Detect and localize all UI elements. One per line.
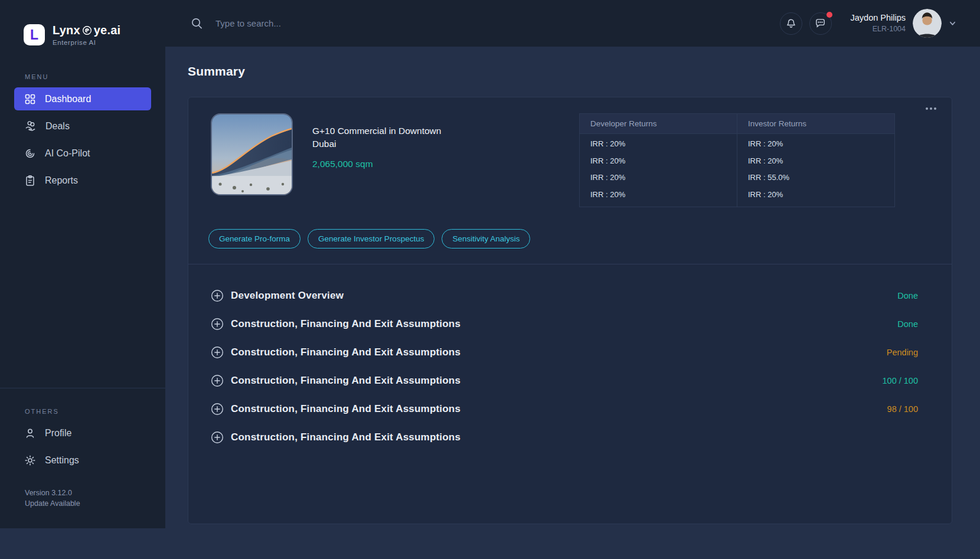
irr-value: IRR : 55.0% <box>737 168 894 185</box>
plus-circle-icon <box>211 431 224 444</box>
accordion-row-development-overview[interactable]: Development Overview Done <box>188 282 952 310</box>
generate-proforma-button[interactable]: Generate Pro-forma <box>208 229 300 249</box>
accordion-row-construction-3[interactable]: Construction, Financing And Exit Assumpt… <box>188 367 952 395</box>
plus-circle-icon <box>211 289 224 302</box>
logo-mark: L <box>24 24 45 45</box>
reports-icon <box>24 175 36 187</box>
search-icon <box>191 17 203 30</box>
sidebar-bottom: OTHERS Profile <box>0 388 165 529</box>
plus-circle-icon <box>211 374 224 387</box>
sidebar-item-label: Profile <box>45 428 71 439</box>
investor-returns-header: Investor Returns <box>737 114 894 134</box>
sidebar-item-label: Deals <box>45 121 70 132</box>
brand-name-prefix: Lynx <box>53 24 80 37</box>
section-label: Development Overview <box>231 290 344 302</box>
profile-icon <box>24 427 36 439</box>
messages-button[interactable] <box>809 12 832 35</box>
irr-value: IRR : 20% <box>580 185 737 202</box>
investor-returns-column: Investor Returns IRR : 20% IRR : 20% IRR… <box>737 114 894 207</box>
accordion-row-construction-4[interactable]: Construction, Financing And Exit Assumpt… <box>188 395 952 423</box>
topbar-right: Jaydon Philips ELR-1004 <box>780 9 957 38</box>
others-section-label: OTHERS <box>25 408 165 415</box>
status-badge: 98 / 100 <box>887 404 918 414</box>
sidebar-item-ai-copilot[interactable]: AI Co-Pilot <box>14 142 151 165</box>
irr-value: IRR : 20% <box>580 168 737 185</box>
user-id: ELR-1004 <box>851 24 906 34</box>
sidebar-item-profile[interactable]: Profile <box>14 422 151 445</box>
sensitivity-analysis-button[interactable]: Sensitivity Analysis <box>442 229 530 249</box>
returns-table: Developer Returns IRR : 20% IRR : 20% IR… <box>579 113 895 207</box>
brand-name: Lynx ye.ai <box>53 24 120 37</box>
dashboard-icon <box>24 93 36 105</box>
status-badge: 100 / 100 <box>883 376 918 385</box>
generate-investor-prospectus-button[interactable]: Generate Investor Prospectus <box>308 229 435 249</box>
main-content: Summary <box>165 47 980 559</box>
brand-name-suffix: ye.ai <box>94 24 120 37</box>
sidebar-item-reports[interactable]: Reports <box>14 169 151 192</box>
page-title: Summary <box>188 64 980 79</box>
chat-icon <box>815 18 826 29</box>
menu-section-label: MENU <box>25 73 165 80</box>
irr-value: IRR : 20% <box>580 134 737 151</box>
section-label: Construction, Financing And Exit Assumpt… <box>231 318 460 330</box>
ai-copilot-icon <box>24 148 36 159</box>
plus-circle-icon <box>211 318 224 331</box>
property-area: 2,065,000 sqm <box>312 159 445 169</box>
others-nav: Profile Settings <box>0 422 165 472</box>
irr-value: IRR : 20% <box>737 151 894 168</box>
brand-subtitle: Enterprise AI <box>53 39 120 46</box>
property-title: G+10 Commercial in Downtown Dubai <box>312 125 445 151</box>
status-badge: Pending <box>887 348 918 357</box>
sidebar: L Lynx ye.ai Enterprise AI MENU <box>0 0 165 528</box>
sidebar-item-deals[interactable]: Deals <box>14 115 151 138</box>
chevron-down-icon[interactable] <box>949 19 956 27</box>
settings-icon <box>24 455 36 466</box>
notifications-button[interactable] <box>780 12 802 35</box>
sidebar-item-label: Reports <box>45 175 78 186</box>
status-badge: Done <box>897 291 918 300</box>
sidebar-item-label: Dashboard <box>45 94 91 104</box>
section-label: Construction, Financing And Exit Assumpt… <box>231 375 460 387</box>
accordion-row-construction-5[interactable]: Construction, Financing And Exit Assumpt… <box>188 423 952 452</box>
sidebar-item-settings[interactable]: Settings <box>14 449 151 472</box>
plus-circle-icon <box>211 346 224 359</box>
brand-logo: L Lynx ye.ai Enterprise AI <box>24 24 165 46</box>
user-meta: Jaydon Philips ELR-1004 <box>851 12 906 34</box>
update-available-text: Update Available <box>25 498 165 509</box>
section-label: Construction, Financing And Exit Assumpt… <box>231 403 460 415</box>
irr-value: IRR : 20% <box>737 185 894 202</box>
version-text: Version 3.12.0 <box>25 488 165 499</box>
notification-dot <box>827 12 832 18</box>
sidebar-item-label: AI Co-Pilot <box>45 148 90 159</box>
developer-returns-column: Developer Returns IRR : 20% IRR : 20% IR… <box>580 114 737 207</box>
eye-spiral-icon <box>82 25 92 35</box>
section-label: Construction, Financing And Exit Assumpt… <box>231 431 460 443</box>
topbar: Jaydon Philips ELR-1004 <box>165 0 980 47</box>
main-nav: Dashboard Deals <box>0 87 165 192</box>
irr-value: IRR : 20% <box>737 134 894 151</box>
section-label: Construction, Financing And Exit Assumpt… <box>231 346 460 358</box>
global-search <box>165 17 780 30</box>
summary-card: G+10 Commercial in Downtown Dubai 2,065,… <box>188 97 952 524</box>
sidebar-item-dashboard[interactable]: Dashboard <box>14 87 151 110</box>
developer-returns-header: Developer Returns <box>580 114 737 134</box>
property-info: G+10 Commercial in Downtown Dubai 2,065,… <box>312 125 445 169</box>
irr-value: IRR : 20% <box>580 151 737 168</box>
deals-icon <box>24 120 37 132</box>
accordion-row-construction-1[interactable]: Construction, Financing And Exit Assumpt… <box>188 310 952 338</box>
property-summary: G+10 Commercial in Downtown Dubai 2,065,… <box>188 97 952 264</box>
version-info: Version 3.12.0 Update Available <box>25 488 165 510</box>
avatar[interactable] <box>913 9 942 38</box>
accordion-row-construction-2[interactable]: Construction, Financing And Exit Assumpt… <box>188 338 952 367</box>
plus-circle-icon <box>211 403 224 416</box>
section-list: Development Overview Done Construction, … <box>188 264 952 452</box>
app-root: Jaydon Philips ELR-1004 <box>0 0 980 559</box>
search-input[interactable] <box>215 18 404 28</box>
action-buttons: Generate Pro-forma Generate Investor Pro… <box>208 229 530 249</box>
building-photo <box>212 115 292 194</box>
bell-icon <box>786 18 796 29</box>
sidebar-item-label: Settings <box>45 455 79 466</box>
status-badge: Done <box>897 319 918 329</box>
user-name: Jaydon Philips <box>851 12 906 24</box>
